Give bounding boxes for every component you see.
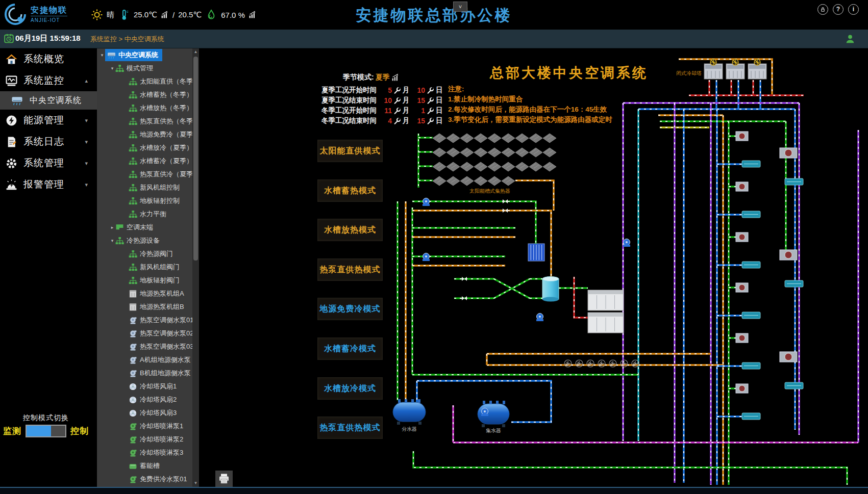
month-unit: 月 bbox=[403, 106, 414, 115]
tree-item-30[interactable]: 冷却塔喷淋泵3 bbox=[97, 446, 199, 459]
tree-chevron-icon[interactable]: ▾ bbox=[109, 66, 115, 71]
ahu-chip[interactable] bbox=[785, 382, 803, 389]
breadcrumb[interactable]: 系统监控 > 中央空调系统 bbox=[90, 35, 164, 44]
tree-item-31[interactable]: 蓄能槽 bbox=[97, 459, 199, 473]
title-dropdown-button[interactable]: ˅ bbox=[453, 2, 467, 12]
tree-item-28[interactable]: 冷却塔喷淋泵1 bbox=[97, 420, 199, 433]
tree-item-label: 地板辐射阀门 bbox=[140, 276, 180, 285]
tree-item-15[interactable]: 冷热源阀门 bbox=[97, 247, 199, 261]
tree-item-12[interactable]: 水力平衡 bbox=[97, 207, 199, 221]
mode-button-2[interactable]: 水槽放热模式 bbox=[317, 219, 383, 241]
sidebar-item-5[interactable]: 系统管理▾ bbox=[0, 152, 97, 174]
tree-item-22[interactable]: 热泵空调侧水泵03 bbox=[97, 340, 199, 353]
info-icon[interactable]: i bbox=[848, 4, 859, 15]
ahu-chip[interactable] bbox=[742, 262, 760, 268]
ahu-chip[interactable] bbox=[742, 211, 760, 218]
tree-icon-org bbox=[115, 237, 124, 245]
tree-item-1[interactable]: ▾模式管理 bbox=[97, 62, 199, 75]
mode-button-7[interactable]: 热泵直供热模式 bbox=[317, 417, 383, 439]
tree-item-16[interactable]: 新风机组阀门 bbox=[97, 261, 199, 274]
user-icon[interactable] bbox=[845, 33, 856, 44]
mode-button-6[interactable]: 水槽放冷模式 bbox=[317, 377, 383, 400]
print-button[interactable] bbox=[215, 471, 233, 487]
edit-month-wrench-icon[interactable] bbox=[393, 117, 401, 125]
monitor-label: 监测 bbox=[3, 425, 21, 437]
edit-month-wrench-icon[interactable] bbox=[393, 87, 401, 94]
tree-item-14[interactable]: ▾冷热源设备 bbox=[97, 234, 199, 247]
scrollbar-thumb[interactable] bbox=[193, 57, 198, 261]
tree-icon-org bbox=[129, 144, 137, 152]
tree-chevron-icon[interactable]: ▾ bbox=[99, 53, 105, 58]
tree-item-4[interactable]: 水槽放热（冬季） bbox=[97, 101, 199, 115]
tree-item-29[interactable]: 冷却塔喷淋泵2 bbox=[97, 433, 199, 446]
ahu-chip[interactable] bbox=[742, 362, 760, 369]
tree-item-13[interactable]: ▸空调末端 bbox=[97, 221, 199, 234]
tree-item-label: 热泵空调侧水泵02 bbox=[140, 329, 193, 338]
edit-day-wrench-icon[interactable] bbox=[427, 107, 434, 115]
sidebar-item-1[interactable]: 系统监控▴ bbox=[0, 70, 97, 91]
season-mode-label: 季节模式: bbox=[343, 73, 374, 82]
monitor-control-toggle[interactable] bbox=[26, 425, 66, 437]
scroll-down-icon[interactable]: ▼ bbox=[192, 480, 199, 487]
tree-item-25[interactable]: 冷却塔风扇1 bbox=[97, 380, 199, 393]
mode-button-3[interactable]: 热泵直供热模式 bbox=[317, 258, 383, 281]
tree-item-label: 冷却塔风扇2 bbox=[140, 395, 177, 404]
tree-item-0[interactable]: ▾中央空调系统 bbox=[97, 48, 199, 62]
tree-item-2[interactable]: 太阳能直供（冬季） bbox=[97, 75, 199, 88]
tree-item-17[interactable]: 地板辐射阀门 bbox=[97, 274, 199, 287]
mode-button-1[interactable]: 水槽蓄热模式 bbox=[317, 179, 383, 202]
scroll-up-icon[interactable]: ▲ bbox=[192, 48, 199, 56]
tree-icon-pump_g bbox=[129, 435, 137, 444]
edit-day-wrench-icon[interactable] bbox=[427, 87, 434, 94]
ahu-chip[interactable] bbox=[742, 312, 760, 319]
help-icon[interactable]: ? bbox=[833, 4, 844, 15]
tree-icon-org bbox=[129, 184, 137, 192]
mode-button-5[interactable]: 水槽蓄冷模式 bbox=[317, 337, 383, 360]
tree-item-10[interactable]: 新风机组控制 bbox=[97, 181, 199, 194]
ahu-chip[interactable] bbox=[742, 161, 760, 167]
tree-item-19[interactable]: 地源热泵机组B bbox=[97, 300, 199, 314]
sidebar-item-3[interactable]: 能源管理▾ bbox=[0, 110, 97, 131]
sidebar-item-4[interactable]: 系统日志▾ bbox=[0, 131, 97, 152]
tree-item-18[interactable]: 地源热泵机组A bbox=[97, 287, 199, 300]
monitor-icon bbox=[5, 74, 18, 87]
tree-item-3[interactable]: 水槽蓄热（冬季） bbox=[97, 88, 199, 101]
sidebar-item-0[interactable]: 系统概览 bbox=[0, 48, 97, 70]
tree-item-7[interactable]: 水槽放冷（夏季） bbox=[97, 141, 199, 154]
tree-item-26[interactable]: 冷却塔风扇2 bbox=[97, 393, 199, 406]
ahu-chip[interactable] bbox=[742, 413, 760, 420]
sidebar-item-6[interactable]: 报警管理▾ bbox=[0, 174, 97, 195]
tree-item-24[interactable]: B机组地源侧水泵 bbox=[97, 367, 199, 380]
season-rows: 夏季工况开始时间5月10日夏季工况结束时间10月15日冬季工况开始时间11月1日… bbox=[321, 85, 447, 126]
solar-collector bbox=[460, 176, 474, 186]
mode-button-4[interactable]: 地源免费冷模式 bbox=[317, 298, 383, 320]
tree-item-27[interactable]: 冷却塔风扇3 bbox=[97, 406, 199, 420]
ahu-chip[interactable] bbox=[785, 178, 803, 185]
tree-item-5[interactable]: 热泵直供热（冬季） bbox=[97, 115, 199, 128]
tree-scrollbar[interactable]: ▲ ▼ bbox=[192, 48, 199, 487]
edit-day-wrench-icon[interactable] bbox=[427, 117, 434, 125]
tree-item-6[interactable]: 地源免费冷（夏季） bbox=[97, 128, 199, 141]
tree-item-32[interactable]: 免费供冷水泵01 bbox=[97, 473, 199, 486]
tree-item-21[interactable]: 热泵空调侧水泵02 bbox=[97, 327, 199, 340]
edit-month-wrench-icon[interactable] bbox=[393, 97, 401, 105]
tree-item-8[interactable]: 水槽蓄冷（夏季） bbox=[97, 154, 199, 168]
edit-month-wrench-icon[interactable] bbox=[393, 107, 401, 115]
tree-item-20[interactable]: 热泵空调侧水泵01 bbox=[97, 314, 199, 327]
mode-button-0[interactable]: 太阳能直供模式 bbox=[317, 140, 383, 162]
tree-item-label: 水力平衡 bbox=[140, 210, 166, 219]
tree-item-23[interactable]: A机组地源侧水泵 bbox=[97, 353, 199, 367]
tree-selected-item[interactable]: 中央空调系统 bbox=[105, 49, 162, 61]
solar-collector bbox=[515, 162, 529, 171]
tree-item-11[interactable]: 地板辐射控制 bbox=[97, 194, 199, 207]
lock-icon[interactable] bbox=[817, 4, 828, 15]
notes-panel: 注意: 1.禁止制冷制热时间重合2.每次修改时间后，能源路由器在下一个16：45… bbox=[448, 84, 612, 125]
solar-collector bbox=[460, 148, 474, 157]
ahu-chip[interactable] bbox=[785, 280, 803, 287]
tree-chevron-icon[interactable]: ▾ bbox=[109, 238, 115, 243]
tree-item-9[interactable]: 热泵直供冷（夏季） bbox=[97, 168, 199, 181]
tree-chevron-icon[interactable]: ▸ bbox=[109, 225, 115, 230]
sidebar-item-2[interactable]: 中央空调系统 bbox=[0, 91, 97, 110]
solar-collector bbox=[474, 162, 487, 171]
edit-day-wrench-icon[interactable] bbox=[427, 97, 434, 105]
